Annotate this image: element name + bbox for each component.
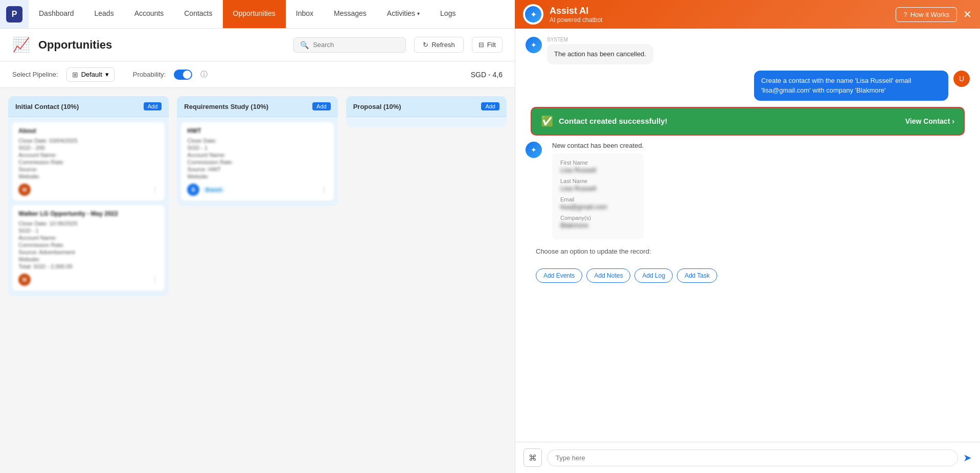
company-label: Company(s) [560, 215, 635, 221]
chat-message-user: U Create a contact with the name 'Lisa R… [526, 71, 970, 101]
user-message-block: Create a contact with the name 'Lisa Rus… [754, 71, 948, 101]
card-total: Total: SGD - 2,000.00 [18, 263, 158, 269]
card-title: HWT [187, 127, 327, 134]
column-add-button[interactable]: Add [481, 102, 499, 110]
sparkle-icon: ✦ [525, 6, 541, 22]
sidebar-item-logs[interactable]: Logs [430, 0, 466, 28]
column-add-button[interactable]: Add [312, 102, 331, 110]
success-banner-left: ✅ Contact created successfully! [541, 115, 668, 127]
sidebar-item-activities[interactable]: Activities ▾ [377, 0, 430, 28]
refresh-button[interactable]: ↻ Refresh [414, 37, 464, 53]
info-icon[interactable]: ⓘ [200, 70, 208, 79]
close-button[interactable]: ✕ [963, 9, 972, 19]
ai-avatar: ✦ [526, 37, 542, 53]
pipeline-label: Select Pipeline: [12, 71, 58, 78]
kanban-card[interactable]: HWT Close Date: SGD - 1 Account Name: Co… [181, 122, 333, 201]
card-title: Walker LG Opportunity - May 2022 [18, 210, 158, 217]
card-menu-icon[interactable]: ⋮ [151, 276, 158, 284]
sidebar-item-dashboard[interactable]: Dashboard [29, 0, 84, 28]
contact-email-row: Email lisa@gmail.com [560, 196, 635, 211]
sidebar-item-accounts[interactable]: Accounts [124, 0, 174, 28]
add-log-button[interactable]: Add Log [634, 268, 673, 283]
kanban-column-proposal: Proposal (10%) Add [346, 96, 507, 127]
search-input[interactable] [313, 41, 390, 49]
contact-first-name-row: First Name Lisa Russell [560, 160, 635, 174]
card-footer: B Branch ⋮ [187, 184, 327, 196]
assist-ai-panel: ✦ SYSTEM The action has been cancelled. … [515, 29, 980, 473]
main-layout: 📈 Opportunities 🔍 ↻ Refresh ⊟ Filt Selec… [0, 29, 980, 473]
card-commission-rate: Commission Rate: [18, 159, 158, 165]
chat-input[interactable] [547, 449, 958, 466]
first-name-value: Lisa Russell [560, 166, 635, 174]
kanban-column-initial-contact: Initial Contact (10%) Add About Close Da… [8, 96, 169, 296]
column-add-button[interactable]: Add [144, 102, 162, 110]
choose-action-text: Choose an option to update the record: [526, 245, 970, 257]
sidebar-item-opportunities[interactable]: Opportunities [223, 0, 286, 28]
pipeline-select[interactable]: ⊞ Default ▾ [66, 67, 115, 82]
action-buttons-row: Add Events Add Notes Add Log Add Task [526, 263, 970, 288]
sidebar-item-inbox[interactable]: Inbox [286, 0, 324, 28]
ai-message-block: SYSTEM The action has been cancelled. [547, 37, 653, 64]
page-title: Opportunities [38, 38, 285, 52]
column-title: Initial Contact (10%) [15, 103, 79, 110]
card-footer: W ⋮ [18, 274, 158, 286]
card-close-date: Close Date: 10 06/2025 [18, 220, 158, 227]
search-bar[interactable]: 🔍 [293, 37, 406, 53]
probability-label: Probability: [133, 71, 166, 78]
contact-last-name-row: Last Name Lisa Russell [560, 178, 635, 192]
chevron-down-icon: ▾ [105, 71, 109, 78]
card-account-name: Account Name: [18, 152, 158, 158]
opportunities-panel: 📈 Opportunities 🔍 ↻ Refresh ⊟ Filt Selec… [0, 29, 515, 473]
card-amount: SGD - 1 [187, 145, 327, 151]
chat-body: ✦ SYSTEM The action has been cancelled. … [515, 29, 980, 442]
logo-icon: P [6, 6, 22, 22]
card-account-name: Account Name: [187, 152, 327, 158]
kanban-cards-initial: About Close Date: 03/04/2025 SGD - 200 A… [8, 117, 169, 296]
logo[interactable]: P [0, 0, 29, 28]
kanban-card[interactable]: About Close Date: 03/04/2025 SGD - 200 A… [12, 122, 165, 201]
opportunities-header: 📈 Opportunities 🔍 ↻ Refresh ⊟ Filt [0, 29, 515, 61]
new-contact-block: New contact has been created. First Name… [547, 142, 649, 239]
card-source: Source: [18, 166, 158, 172]
how-it-works-button[interactable]: ? How it Works [896, 7, 957, 22]
card-menu-icon[interactable]: ⋮ [151, 186, 158, 194]
column-header-requirements: Requirements Study (10%) Add [177, 96, 337, 117]
send-button[interactable]: ➤ [963, 452, 972, 464]
card-menu-icon[interactable]: ⋮ [321, 186, 328, 194]
sidebar-item-leads[interactable]: Leads [84, 0, 124, 28]
avatar: W [18, 184, 31, 196]
msg-label: SYSTEM [547, 37, 653, 42]
add-task-button[interactable]: Add Task [677, 268, 717, 283]
card-tag: Branch [202, 187, 225, 193]
card-footer: W ⋮ [18, 184, 158, 196]
probability-toggle[interactable] [174, 70, 192, 80]
filter-button[interactable]: ⊟ Filt [472, 37, 503, 53]
kanban-cards-requirements: HWT Close Date: SGD - 1 Account Name: Co… [177, 117, 337, 206]
assist-ai-actions: ? How it Works ✕ [896, 7, 972, 22]
contact-details-card: First Name Lisa Russell Last Name Lisa R… [552, 153, 644, 239]
refresh-icon: ↻ [423, 41, 428, 49]
avatar: B [187, 184, 199, 196]
assist-ai-title: Assist AI [550, 6, 602, 16]
column-header-proposal: Proposal (10%) Add [346, 96, 507, 117]
filter-icon: ⊟ [478, 41, 484, 49]
sidebar-item-messages[interactable]: Messages [324, 0, 377, 28]
add-events-button[interactable]: Add Events [536, 268, 582, 283]
chat-input-row: ⌘ ➤ [515, 442, 980, 473]
email-label: Email [560, 196, 635, 202]
check-icon: ✅ [541, 115, 554, 127]
contact-company-row: Company(s) Blakmore [560, 215, 635, 229]
card-account-name: Account Name: [18, 235, 158, 241]
ai-message-bubble: The action has been cancelled. [547, 44, 653, 64]
question-icon: ? [903, 11, 907, 18]
sidebar-item-contacts[interactable]: Contacts [174, 0, 222, 28]
last-name-value: Lisa Russell [560, 185, 635, 192]
view-contact-button[interactable]: View Contact › [905, 117, 954, 125]
sgd-amount: SGD - 4,6 [471, 71, 503, 79]
kanban-card[interactable]: Walker LG Opportunity - May 2022 Close D… [12, 205, 165, 291]
card-amount: SGD - 1 [18, 228, 158, 234]
toggle-knob [183, 71, 191, 79]
top-navigation: P Dashboard Leads Accounts Contacts Oppo… [0, 0, 980, 29]
add-notes-button[interactable]: Add Notes [586, 268, 630, 283]
last-name-label: Last Name [560, 178, 635, 184]
